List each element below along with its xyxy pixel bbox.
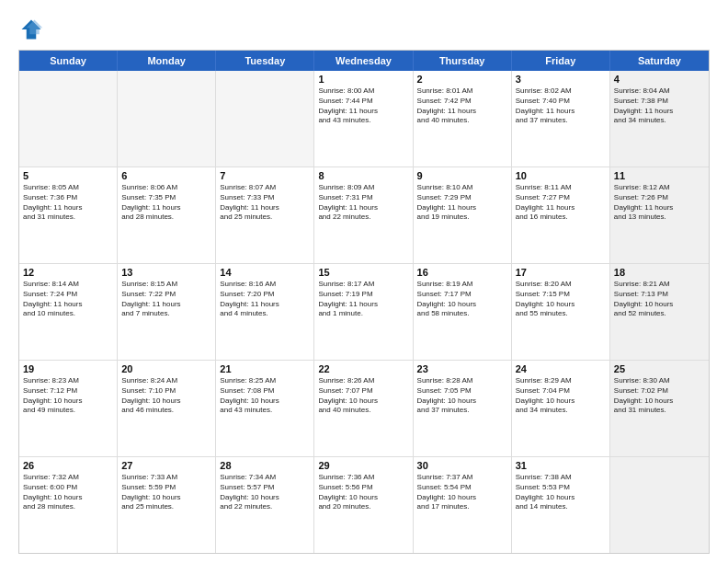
day-cell-31: 31Sunrise: 7:38 AM Sunset: 5:53 PM Dayli…: [512, 457, 610, 553]
day-number: 13: [121, 267, 211, 278]
calendar-row-2: 5Sunrise: 8:05 AM Sunset: 7:36 PM Daylig…: [19, 167, 709, 263]
day-info: Sunrise: 8:11 AM Sunset: 7:27 PM Dayligh…: [516, 183, 606, 223]
day-number: 19: [23, 363, 113, 374]
day-number: 26: [23, 460, 113, 471]
day-cell-9: 9Sunrise: 8:10 AM Sunset: 7:29 PM Daylig…: [414, 167, 512, 263]
day-number: 22: [318, 363, 408, 374]
day-number: 27: [121, 460, 211, 471]
weekday-header-friday: Friday: [512, 51, 610, 71]
day-number: 18: [614, 267, 705, 278]
day-number: 6: [121, 170, 211, 181]
day-number: 30: [417, 460, 507, 471]
day-info: Sunrise: 8:17 AM Sunset: 7:19 PM Dayligh…: [318, 280, 408, 319]
day-cell-29: 29Sunrise: 7:36 AM Sunset: 5:56 PM Dayli…: [314, 457, 413, 553]
weekday-header-tuesday: Tuesday: [216, 51, 314, 71]
day-info: Sunrise: 8:16 AM Sunset: 7:20 PM Dayligh…: [220, 280, 310, 319]
day-cell-13: 13Sunrise: 8:15 AM Sunset: 7:22 PM Dayli…: [118, 264, 216, 360]
day-cell-30: 30Sunrise: 7:37 AM Sunset: 5:54 PM Dayli…: [414, 457, 512, 553]
day-cell-3: 3Sunrise: 8:02 AM Sunset: 7:40 PM Daylig…: [512, 71, 610, 167]
day-info: Sunrise: 8:21 AM Sunset: 7:13 PM Dayligh…: [614, 280, 705, 319]
day-number: 23: [417, 363, 507, 374]
day-info: Sunrise: 8:05 AM Sunset: 7:36 PM Dayligh…: [23, 183, 113, 223]
day-number: 4: [614, 74, 705, 85]
day-info: Sunrise: 8:06 AM Sunset: 7:35 PM Dayligh…: [121, 183, 211, 223]
day-cell-28: 28Sunrise: 7:34 AM Sunset: 5:57 PM Dayli…: [216, 457, 314, 553]
day-number: 21: [220, 363, 310, 374]
calendar: SundayMondayTuesdayWednesdayThursdayFrid…: [18, 50, 710, 554]
day-info: Sunrise: 8:04 AM Sunset: 7:38 PM Dayligh…: [614, 86, 705, 126]
day-cell-18: 18Sunrise: 8:21 AM Sunset: 7:13 PM Dayli…: [610, 264, 709, 360]
day-cell-17: 17Sunrise: 8:20 AM Sunset: 7:15 PM Dayli…: [512, 264, 610, 360]
empty-cell: [118, 71, 216, 167]
day-info: Sunrise: 7:34 AM Sunset: 5:57 PM Dayligh…: [220, 473, 310, 512]
weekday-header-saturday: Saturday: [610, 51, 709, 71]
day-cell-25: 25Sunrise: 8:30 AM Sunset: 7:02 PM Dayli…: [610, 361, 709, 456]
calendar-row-3: 12Sunrise: 8:14 AM Sunset: 7:24 PM Dayli…: [19, 263, 709, 360]
day-cell-2: 2Sunrise: 8:01 AM Sunset: 7:42 PM Daylig…: [414, 71, 512, 167]
day-number: 17: [516, 267, 606, 278]
day-info: Sunrise: 8:29 AM Sunset: 7:04 PM Dayligh…: [516, 376, 606, 416]
calendar-body: 1Sunrise: 8:00 AM Sunset: 7:44 PM Daylig…: [19, 71, 709, 553]
day-cell-6: 6Sunrise: 8:06 AM Sunset: 7:35 PM Daylig…: [118, 167, 216, 263]
day-cell-23: 23Sunrise: 8:28 AM Sunset: 7:05 PM Dayli…: [414, 361, 512, 456]
day-cell-7: 7Sunrise: 8:07 AM Sunset: 7:33 PM Daylig…: [216, 167, 314, 263]
day-cell-10: 10Sunrise: 8:11 AM Sunset: 7:27 PM Dayli…: [512, 167, 610, 263]
day-info: Sunrise: 8:01 AM Sunset: 7:42 PM Dayligh…: [417, 86, 507, 126]
day-number: 28: [220, 460, 310, 471]
calendar-row-1: 1Sunrise: 8:00 AM Sunset: 7:44 PM Daylig…: [19, 71, 709, 167]
weekday-header-wednesday: Wednesday: [314, 51, 413, 71]
day-info: Sunrise: 8:07 AM Sunset: 7:33 PM Dayligh…: [220, 183, 310, 223]
day-number: 7: [220, 170, 310, 181]
day-info: Sunrise: 8:10 AM Sunset: 7:29 PM Dayligh…: [417, 183, 507, 223]
day-info: Sunrise: 8:24 AM Sunset: 7:10 PM Dayligh…: [121, 376, 211, 416]
header: [18, 17, 710, 42]
calendar-row-4: 19Sunrise: 8:23 AM Sunset: 7:12 PM Dayli…: [19, 360, 709, 456]
day-cell-22: 22Sunrise: 8:26 AM Sunset: 7:07 PM Dayli…: [314, 361, 413, 456]
calendar-row-5: 26Sunrise: 7:32 AM Sunset: 6:00 PM Dayli…: [19, 456, 709, 553]
day-cell-27: 27Sunrise: 7:33 AM Sunset: 5:59 PM Dayli…: [118, 457, 216, 553]
day-number: 29: [318, 460, 408, 471]
day-number: 2: [417, 74, 507, 85]
day-number: 5: [23, 170, 113, 181]
day-number: 25: [614, 363, 705, 374]
day-cell-15: 15Sunrise: 8:17 AM Sunset: 7:19 PM Dayli…: [314, 264, 413, 360]
day-info: Sunrise: 7:32 AM Sunset: 6:00 PM Dayligh…: [23, 473, 113, 512]
day-cell-12: 12Sunrise: 8:14 AM Sunset: 7:24 PM Dayli…: [19, 264, 118, 360]
day-info: Sunrise: 8:12 AM Sunset: 7:26 PM Dayligh…: [614, 183, 705, 223]
day-info: Sunrise: 8:00 AM Sunset: 7:44 PM Dayligh…: [318, 86, 408, 126]
day-number: 20: [121, 363, 211, 374]
day-info: Sunrise: 7:33 AM Sunset: 5:59 PM Dayligh…: [121, 473, 211, 512]
day-cell-26: 26Sunrise: 7:32 AM Sunset: 6:00 PM Dayli…: [19, 457, 118, 553]
day-cell-19: 19Sunrise: 8:23 AM Sunset: 7:12 PM Dayli…: [19, 361, 118, 456]
weekday-header-sunday: Sunday: [19, 51, 118, 71]
day-cell-5: 5Sunrise: 8:05 AM Sunset: 7:36 PM Daylig…: [19, 167, 118, 263]
calendar-header: SundayMondayTuesdayWednesdayThursdayFrid…: [19, 51, 709, 71]
empty-cell: [216, 71, 314, 167]
day-info: Sunrise: 8:25 AM Sunset: 7:08 PM Dayligh…: [220, 376, 310, 416]
day-number: 9: [417, 170, 507, 181]
day-cell-24: 24Sunrise: 8:29 AM Sunset: 7:04 PM Dayli…: [512, 361, 610, 456]
page: SundayMondayTuesdayWednesdayThursdayFrid…: [0, 0, 728, 563]
day-info: Sunrise: 7:37 AM Sunset: 5:54 PM Dayligh…: [417, 473, 507, 512]
day-info: Sunrise: 8:30 AM Sunset: 7:02 PM Dayligh…: [614, 376, 705, 416]
day-cell-21: 21Sunrise: 8:25 AM Sunset: 7:08 PM Dayli…: [216, 361, 314, 456]
logo-icon: [18, 17, 44, 42]
weekday-header-monday: Monday: [118, 51, 216, 71]
day-number: 14: [220, 267, 310, 278]
day-number: 24: [516, 363, 606, 374]
empty-cell: [19, 71, 118, 167]
day-number: 1: [318, 74, 408, 85]
logo: [18, 17, 48, 42]
day-info: Sunrise: 8:28 AM Sunset: 7:05 PM Dayligh…: [417, 376, 507, 416]
day-number: 10: [516, 170, 606, 181]
day-number: 11: [614, 170, 705, 181]
day-info: Sunrise: 7:38 AM Sunset: 5:53 PM Dayligh…: [516, 473, 606, 512]
day-info: Sunrise: 8:14 AM Sunset: 7:24 PM Dayligh…: [23, 280, 113, 319]
day-info: Sunrise: 8:09 AM Sunset: 7:31 PM Dayligh…: [318, 183, 408, 223]
day-number: 15: [318, 267, 408, 278]
day-info: Sunrise: 8:20 AM Sunset: 7:15 PM Dayligh…: [516, 280, 606, 319]
day-info: Sunrise: 8:15 AM Sunset: 7:22 PM Dayligh…: [121, 280, 211, 319]
day-cell-20: 20Sunrise: 8:24 AM Sunset: 7:10 PM Dayli…: [118, 361, 216, 456]
day-info: Sunrise: 8:02 AM Sunset: 7:40 PM Dayligh…: [516, 86, 606, 126]
empty-cell: [610, 457, 709, 553]
